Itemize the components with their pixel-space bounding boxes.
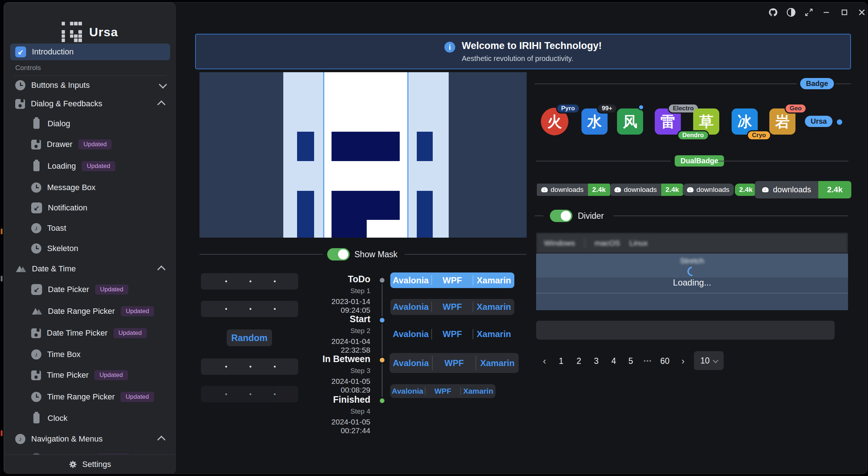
sidebar-item-label: Navigation & Menus: [31, 434, 103, 444]
show-mask-toggle[interactable]: [327, 248, 350, 260]
downloads-badge: downloads 2.4k: [610, 184, 683, 196]
gear-icon: [69, 460, 77, 469]
sidebar-item-drawer[interactable]: Drawer Updated: [10, 136, 170, 153]
sidebar-item-navigation-menus[interactable]: ♪ Navigation & Menus: [10, 431, 170, 447]
pagination-page-5[interactable]: 5: [624, 354, 638, 368]
sidebar-item-date-range-picker[interactable]: Date Range Picker Updated: [10, 303, 170, 320]
sidebar-item-time-box[interactable]: ♪ Time Box: [10, 346, 170, 363]
close-button[interactable]: [855, 6, 867, 19]
ipv4-input[interactable]: [201, 358, 298, 375]
github-button[interactable]: [766, 6, 780, 19]
xamarin-button[interactable]: Xamarin: [473, 275, 514, 286]
xamarin-button[interactable]: Xamarin: [461, 387, 495, 395]
timeline-date: 2024-01-05 00:08:29: [301, 377, 370, 394]
wpf-button[interactable]: WPF: [425, 387, 460, 395]
count-badge: 99+: [597, 103, 617, 114]
divider-toggle[interactable]: [550, 210, 572, 222]
sidebar-group-label: Controls: [15, 64, 41, 72]
tab-macos[interactable]: macOS: [595, 239, 620, 247]
sidebar-item-clock[interactable]: Clock: [10, 410, 170, 427]
chevron-up-icon: [157, 436, 166, 444]
sidebar-item-skeleton[interactable]: Skeleton: [10, 240, 170, 257]
ursa-badge: Ursa: [805, 116, 832, 127]
updated-badge: Updated: [78, 139, 112, 149]
maximize-button[interactable]: [837, 6, 852, 19]
updated-badge: Updated: [82, 161, 115, 171]
updated-badge: Updated: [120, 392, 154, 402]
button-group-solid: Avalonia WPF Xamarin: [390, 272, 514, 288]
page-size-select[interactable]: 10: [694, 351, 724, 370]
avalonia-button[interactable]: Avalonia: [390, 302, 431, 312]
pyro-badge: Pyro: [556, 103, 580, 114]
show-mask-label: Show Mask: [354, 250, 398, 259]
sidebar-item-dialog-feedbacks[interactable]: Dialog & Feedbacks: [10, 95, 170, 112]
pagination-page-4[interactable]: 4: [606, 354, 621, 368]
sidebar-item-time-range-picker[interactable]: Time Range Picker Updated: [10, 389, 170, 405]
clock-icon: [15, 80, 25, 90]
music-note-icon: ♪: [31, 349, 41, 360]
loading-row-divider: [536, 293, 848, 294]
app-title: Ursa: [89, 25, 118, 39]
sidebar-divider: [14, 75, 166, 76]
pagination-prev-button[interactable]: ‹: [537, 354, 552, 368]
wpf-button[interactable]: WPF: [432, 302, 473, 312]
empty-input-panel[interactable]: [536, 321, 835, 340]
sidebar-item-buttons-inputs[interactable]: Buttons & Inputs: [10, 77, 170, 94]
sidebar-item-introduction[interactable]: ↙ Introduction: [10, 44, 170, 60]
avalonia-button[interactable]: Avalonia: [390, 275, 431, 286]
avalonia-button[interactable]: Avalonia: [390, 329, 431, 339]
sidebar-item-dialog[interactable]: Dialog: [10, 115, 170, 132]
wpf-button[interactable]: WPF: [433, 358, 475, 368]
pagination-ellipsis[interactable]: •••: [641, 354, 655, 368]
ipv4-input[interactable]: [201, 273, 298, 290]
xamarin-button[interactable]: Xamarin: [476, 358, 519, 368]
minimize-button[interactable]: [819, 6, 834, 19]
desktop-fragment: [1, 229, 3, 234]
settings-button[interactable]: Settings: [5, 455, 175, 473]
sidebar-item-message-box[interactable]: Message Box: [10, 179, 170, 196]
pagination-next-button[interactable]: ›: [676, 354, 690, 368]
pagination-page-2[interactable]: 2: [572, 354, 586, 368]
button-group-large: Avalonia WPF Xamarin: [390, 353, 519, 373]
arrow-square-icon: ↙: [15, 46, 26, 57]
pagination-page-1[interactable]: 1: [554, 354, 568, 368]
wpf-button[interactable]: WPF: [432, 329, 473, 339]
sidebar-item-date-picker[interactable]: ↙ Date Picker Updated: [10, 281, 170, 298]
theme-toggle-button[interactable]: [784, 6, 798, 19]
pagination-page-3[interactable]: 3: [589, 354, 604, 368]
sidebar-item-label: Time Box: [47, 350, 81, 359]
sidebar-item-toast[interactable]: ♪ Toast: [10, 220, 170, 237]
divider-line: [199, 254, 323, 255]
sidebar-item-date-time-picker[interactable]: Date Time Picker Updated: [10, 325, 170, 341]
ipv4-input-disabled: [201, 386, 298, 402]
ursa-logo-icon: [62, 22, 82, 42]
pagination-page-60[interactable]: 60: [658, 354, 672, 368]
timeline-date: 2024-01-05 00:27:44: [301, 418, 370, 435]
xamarin-button[interactable]: Xamarin: [473, 302, 514, 312]
xamarin-button[interactable]: Xamarin: [473, 329, 514, 339]
avalonia-button[interactable]: Avalonia: [390, 387, 425, 395]
wpf-button[interactable]: WPF: [432, 275, 473, 286]
arrow-square-icon: ↙: [31, 284, 42, 295]
avalonia-button[interactable]: Avalonia: [390, 358, 432, 368]
timeline-connector: [382, 284, 383, 403]
random-button[interactable]: Random: [227, 329, 272, 346]
loading-content: Stretch Loading...: [536, 254, 848, 310]
battery-icon: [33, 119, 40, 129]
timeline-title: Start: [301, 314, 370, 324]
ipv4-input[interactable]: [201, 301, 298, 317]
timeline-title: ToDo: [301, 274, 370, 284]
sidebar-item-notification[interactable]: ↙ Notification: [10, 200, 170, 216]
tab-windows[interactable]: Windows: [544, 239, 575, 247]
fullscreen-button[interactable]: [802, 6, 816, 19]
sidebar-item-loading[interactable]: Loading Updated: [10, 158, 170, 175]
timeline-dot-inbetween: [378, 356, 386, 364]
sidebar: Ursa ↙ Introduction Controls Buttons & I…: [4, 3, 176, 474]
sidebar-item-label: Date Picker: [48, 285, 89, 294]
battery-icon: [33, 161, 40, 171]
stretch-label: Stretch: [536, 257, 848, 265]
sidebar-item-label: Clock: [48, 414, 67, 423]
tab-linux[interactable]: Linux: [629, 239, 647, 247]
sidebar-item-date-time[interactable]: Date & Time: [10, 260, 170, 277]
sidebar-item-time-picker[interactable]: Time Picker Updated: [10, 367, 170, 383]
